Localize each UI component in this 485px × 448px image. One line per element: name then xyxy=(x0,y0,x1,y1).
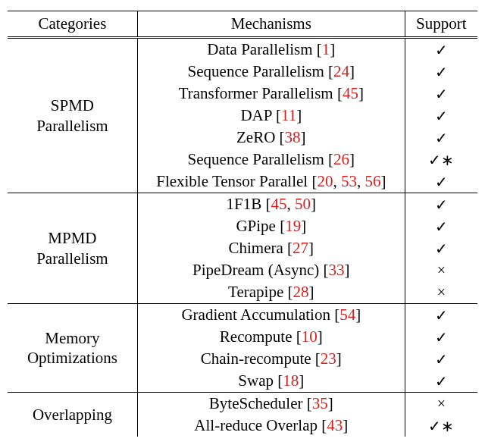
support-cell: ✓ xyxy=(405,237,477,259)
support-cell: × xyxy=(405,259,477,281)
support-cell: ✓ xyxy=(405,370,477,393)
mechanism-cell: Sequence Parallelism [26] xyxy=(137,149,405,171)
citation-link[interactable]: 19 xyxy=(285,217,301,235)
citation-link[interactable]: 10 xyxy=(302,327,318,346)
support-cell: ✓∗ xyxy=(405,149,477,171)
support-cell: ✓ xyxy=(405,326,477,348)
mechanism-cell: Gradient Accumulation [54] xyxy=(137,304,405,327)
citation-link[interactable]: 24 xyxy=(333,62,349,80)
citation-link[interactable]: 26 xyxy=(333,150,349,168)
mechanism-cell: Flexible Tensor Parallel [20, 53, 56] xyxy=(137,171,405,193)
support-cell: ✓ xyxy=(405,171,477,193)
category-cell: SPMDParallelism xyxy=(8,38,137,193)
mechanism-cell: All-reduce Overlap [43] xyxy=(137,415,405,437)
citation-link[interactable]: 53 xyxy=(341,172,357,190)
mechanism-cell: Sequence Parallelism [24] xyxy=(137,61,405,83)
mechanism-cell: Swap [18] xyxy=(137,370,405,393)
mechanism-cell: ZeRO [38] xyxy=(137,127,405,149)
col-header-support: Support xyxy=(405,11,477,38)
citation-link[interactable]: 54 xyxy=(340,305,355,324)
mechanism-cell: Chain-recompute [23] xyxy=(137,348,405,370)
support-cell: ✓ xyxy=(405,105,477,127)
citation-link[interactable]: 1 xyxy=(322,40,330,58)
category-cell: Overlapping xyxy=(8,393,137,437)
citation-link[interactable]: 11 xyxy=(281,106,296,124)
citation-link[interactable]: 43 xyxy=(327,416,343,434)
mechanism-cell: ByteScheduler [35] xyxy=(137,393,405,415)
citation-link[interactable]: 33 xyxy=(329,261,345,279)
category-cell: MPMDParallelism xyxy=(8,193,137,304)
mechanism-cell: Chimera [27] xyxy=(137,237,405,259)
support-cell: ✓ xyxy=(405,304,477,327)
caption-text: The common training parallelization plan… xyxy=(66,445,412,448)
support-cell: ✓ xyxy=(405,215,477,237)
support-cell: × xyxy=(405,393,477,415)
citation-link[interactable]: 50 xyxy=(295,195,311,213)
citation-link[interactable]: 56 xyxy=(365,172,380,190)
support-cell: ✓ xyxy=(405,193,477,216)
support-cell: ✓ xyxy=(405,61,477,83)
caption-prefix: Table 1: xyxy=(11,445,66,448)
mechanism-cell: Terapipe [28] xyxy=(137,281,405,304)
support-cell: ✓ xyxy=(405,348,477,370)
citation-link[interactable]: 27 xyxy=(293,239,308,257)
mechanism-cell: Data Parallelism [1] xyxy=(137,38,405,61)
support-cell: ✓ xyxy=(405,83,477,105)
citation-link[interactable]: 28 xyxy=(293,283,309,301)
citation-link[interactable]: 20 xyxy=(317,172,333,190)
support-cell: ✓ xyxy=(405,38,477,61)
table-caption: Table 1: The common training paralleliza… xyxy=(8,437,477,448)
mechanism-cell: Recompute [10] xyxy=(137,326,405,348)
citation-link[interactable]: 45 xyxy=(343,84,358,102)
citation-link[interactable]: 35 xyxy=(312,394,328,412)
citation-link[interactable]: 45 xyxy=(271,195,287,213)
mechanism-cell: GPipe [19] xyxy=(137,215,405,237)
citation-link[interactable]: 23 xyxy=(321,349,336,368)
parallelization-table: Categories Mechanisms Support SPMDParall… xyxy=(8,11,477,437)
citation-link[interactable]: 38 xyxy=(285,128,301,146)
citation-link[interactable]: 18 xyxy=(283,371,299,390)
support-cell: ✓ xyxy=(405,127,477,149)
mechanism-cell: 1F1B [45, 50] xyxy=(137,193,405,216)
support-cell: ✓∗ xyxy=(405,415,477,437)
mechanism-cell: PipeDream (Async) [33] xyxy=(137,259,405,281)
col-header-categories: Categories xyxy=(8,11,137,38)
support-cell: × xyxy=(405,281,477,304)
col-header-mechanisms: Mechanisms xyxy=(137,11,405,38)
mechanism-cell: DAP [11] xyxy=(137,105,405,127)
category-cell: MemoryOptimizations xyxy=(8,304,137,393)
mechanism-cell: Transformer Parallelism [45] xyxy=(137,83,405,105)
